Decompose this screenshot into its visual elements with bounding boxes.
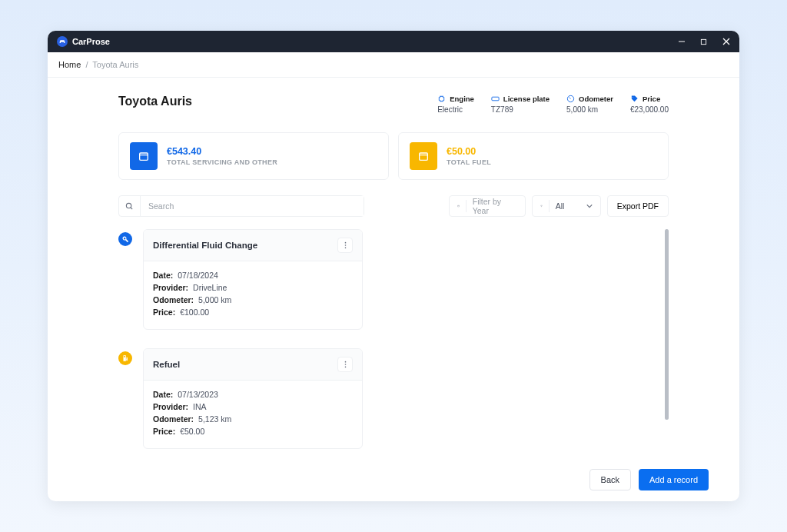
svg-point-15 xyxy=(344,244,346,246)
engine-label: Engine xyxy=(450,95,474,103)
calendar-icon xyxy=(457,200,467,212)
record-title: Differential Fluid Change xyxy=(153,241,257,250)
stat-cards: €543.40 TOTAL SERVICING AND OTHER €50.00… xyxy=(48,114,739,192)
stat-card-servicing: €543.40 TOTAL SERVICING AND OTHER xyxy=(118,132,389,180)
price-label: Price xyxy=(643,95,660,103)
records-list: Differential Fluid Change Date:07/18/202… xyxy=(118,229,669,450)
record-menu-button[interactable] xyxy=(337,357,353,372)
app-name: CarProse xyxy=(72,37,110,46)
record-item: Refuel Date:07/13/2023 Provider:INA Odom… xyxy=(118,348,659,449)
record-price-value: €100.00 xyxy=(180,308,209,317)
breadcrumb: Home / Toyota Auris xyxy=(48,52,739,78)
maximize-button[interactable] xyxy=(699,38,708,46)
titlebar: CarProse xyxy=(48,31,739,52)
funnel-icon xyxy=(540,200,550,212)
svg-point-14 xyxy=(344,242,346,244)
info-odometer: Odometer 5,000 km xyxy=(566,95,613,114)
servicing-amount: €543.40 xyxy=(167,146,277,157)
fuel-caption: TOTAL FUEL xyxy=(447,158,491,166)
chevron-down-icon xyxy=(586,201,593,211)
record-menu-button[interactable] xyxy=(337,238,353,253)
records-area: Differential Fluid Change Date:07/18/202… xyxy=(48,229,739,457)
engine-value: Electric xyxy=(437,105,474,114)
fuel-amount: €50.00 xyxy=(447,146,491,157)
content-header: Toyota Auris Engine Electric License pla… xyxy=(48,78,739,114)
back-button[interactable]: Back xyxy=(589,469,631,490)
wrench-icon xyxy=(118,232,132,246)
odometer-label: Odometer xyxy=(579,95,613,103)
odometer-icon xyxy=(566,95,575,103)
record-date-label: Date: xyxy=(153,390,173,399)
fuel-stat-icon xyxy=(410,142,437,170)
record-price-label: Price: xyxy=(153,308,175,317)
app-window: CarProse Home / Toyota Auris Toyota Auri… xyxy=(48,31,739,501)
record-odometer-label: Odometer: xyxy=(153,414,194,424)
breadcrumb-current: Toyota Auris xyxy=(92,60,138,69)
filter-right: Filter by Year All Export PDF xyxy=(449,195,669,217)
servicing-stat-icon xyxy=(130,142,158,170)
record-provider-value: DriveLine xyxy=(193,283,227,292)
svg-rect-4 xyxy=(492,97,499,101)
record-card: Differential Fluid Change Date:07/18/202… xyxy=(143,229,363,330)
price-value: €23,000.00 xyxy=(630,105,669,114)
odometer-value: 5,000 km xyxy=(566,105,613,114)
add-record-button[interactable]: Add a record xyxy=(639,469,709,490)
record-price-value: €50.00 xyxy=(180,427,204,436)
stat-card-fuel: €50.00 TOTAL FUEL xyxy=(398,132,669,180)
filter-year-placeholder: Filter by Year xyxy=(473,197,517,215)
vehicle-info-strip: Engine Electric License plate TZ789 Odom… xyxy=(437,95,669,114)
breadcrumb-separator: / xyxy=(85,60,88,69)
record-card: Refuel Date:07/13/2023 Provider:INA Odom… xyxy=(143,348,363,449)
svg-point-17 xyxy=(344,361,346,363)
search-icon[interactable] xyxy=(119,196,141,216)
plate-icon xyxy=(491,95,500,103)
svg-rect-6 xyxy=(140,153,148,160)
search-input[interactable] xyxy=(141,196,364,216)
servicing-caption: TOTAL SERVICING AND OTHER xyxy=(167,158,277,166)
main-content: Toyota Auris Engine Electric License pla… xyxy=(48,78,739,457)
breadcrumb-home[interactable]: Home xyxy=(58,60,81,69)
info-plate: License plate TZ789 xyxy=(491,95,550,114)
svg-point-16 xyxy=(344,248,346,249)
record-price-label: Price: xyxy=(153,427,175,436)
record-date-value: 07/13/2023 xyxy=(178,390,218,399)
record-date-value: 07/18/2024 xyxy=(178,271,218,280)
engine-icon xyxy=(437,95,446,103)
search-wrap xyxy=(118,195,364,217)
record-odometer-value: 5,123 km xyxy=(198,414,231,424)
record-provider-label: Provider: xyxy=(153,283,188,292)
export-pdf-button[interactable]: Export PDF xyxy=(607,195,669,217)
info-engine: Engine Electric xyxy=(437,95,474,114)
filter-type-value: All xyxy=(556,201,565,211)
record-provider-label: Provider: xyxy=(153,402,188,411)
svg-line-11 xyxy=(131,207,132,208)
record-odometer-value: 5,000 km xyxy=(198,295,231,304)
window-controls xyxy=(677,38,730,46)
scrollbar[interactable] xyxy=(665,229,669,420)
footer-actions: Back Add a record xyxy=(48,457,739,501)
record-provider-value: INA xyxy=(193,402,207,411)
svg-rect-1 xyxy=(701,39,706,44)
svg-point-19 xyxy=(344,367,346,368)
filter-year-button[interactable]: Filter by Year xyxy=(449,195,526,217)
titlebar-brand: CarProse xyxy=(57,36,110,47)
app-logo-icon xyxy=(57,36,68,47)
record-odometer-label: Odometer: xyxy=(153,295,194,304)
minimize-button[interactable] xyxy=(677,38,686,46)
record-item: Differential Fluid Change Date:07/18/202… xyxy=(118,229,659,330)
record-date-label: Date: xyxy=(153,271,173,280)
filter-type-dropdown[interactable]: All xyxy=(532,195,601,217)
info-price: Price €23,000.00 xyxy=(630,95,669,114)
svg-point-10 xyxy=(126,203,131,208)
filter-bar: Filter by Year All Export PDF xyxy=(48,192,739,229)
plate-label: License plate xyxy=(503,95,550,103)
svg-rect-12 xyxy=(457,205,459,207)
vehicle-title: Toyota Auris xyxy=(118,95,192,108)
plate-value: TZ789 xyxy=(491,105,550,114)
record-title: Refuel xyxy=(153,360,180,369)
svg-rect-8 xyxy=(420,153,428,160)
svg-point-18 xyxy=(344,364,346,365)
fuel-pump-icon xyxy=(118,351,132,365)
close-button[interactable] xyxy=(722,38,730,46)
price-icon xyxy=(630,95,639,103)
